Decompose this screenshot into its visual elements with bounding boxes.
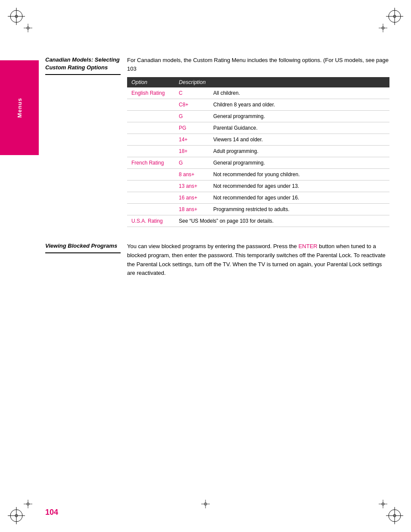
table-cell-option — [127, 122, 174, 134]
table-cell-option — [127, 146, 174, 157]
table-cell-value: 18 ans+ — [174, 204, 209, 215]
table-cell-value: PG — [174, 122, 209, 134]
cross-mark-bc — [201, 500, 210, 508]
table-row: U.S.A. RatingSee “US Models” on page 103… — [127, 215, 389, 227]
table-cell-option: English Rating — [127, 87, 174, 99]
table-cell-value: C — [174, 87, 209, 99]
viewing-section-title: Viewing Blocked Programs — [45, 242, 121, 253]
table-cell-option — [127, 169, 174, 180]
table-cell-option — [127, 134, 174, 146]
page-number: 104 — [45, 508, 58, 517]
table-cell-value: 14+ — [174, 134, 209, 146]
table-cell-value: G — [174, 111, 209, 122]
table-cell-option — [127, 192, 174, 204]
table-row: 18+Adult programming. — [127, 146, 389, 157]
canadian-title-col: Canadian Models: Selecting Custom Rating… — [45, 56, 127, 227]
table-row: 14+Viewers 14 and older. — [127, 134, 389, 146]
table-row: C8+Children 8 years and older. — [127, 99, 389, 111]
cross-mark-bl — [24, 500, 32, 508]
table-cell-description: Adult programming. — [209, 146, 389, 157]
table-row: French RatingGGeneral programming. — [127, 157, 389, 169]
table-cell-description: Parental Guidance. — [209, 122, 389, 134]
table-cell-description: General programming. — [209, 111, 389, 122]
viewing-title-col: Viewing Blocked Programs — [45, 242, 127, 278]
viewing-section-body: You can view blocked programs by enterin… — [127, 242, 389, 278]
table-cell-value: C8+ — [174, 99, 209, 111]
table-cell-value: G — [174, 157, 209, 169]
corner-mark-tl — [8, 8, 25, 25]
table-cell-description: Viewers 14 and older. — [209, 134, 389, 146]
cross-mark-tl — [24, 24, 32, 32]
viewing-section: Viewing Blocked Programs You can view bl… — [45, 242, 389, 278]
corner-mark-br — [386, 507, 403, 524]
canadian-models-section: Canadian Models: Selecting Custom Rating… — [45, 56, 389, 227]
ratings-table: Option Description English RatingCAll ch… — [127, 77, 389, 227]
sidebar: Menus — [0, 60, 39, 155]
table-cell-description: Not recommended for young children. — [209, 169, 389, 180]
table-cell-description: Children 8 years and older. — [209, 99, 389, 111]
table-row: 8 ans+Not recommended for young children… — [127, 169, 389, 180]
table-row: PGParental Guidance. — [127, 122, 389, 134]
corner-mark-bl — [8, 507, 25, 524]
canadian-section-title: Canadian Models: Selecting Custom Rating… — [45, 56, 121, 75]
table-cell-description: Not recommended for ages under 16. — [209, 192, 389, 204]
enter-label: ENTER — [299, 243, 318, 249]
table-cell-description: All children. — [209, 87, 389, 99]
corner-mark-tr — [386, 8, 403, 25]
table-row: GGeneral programming. — [127, 111, 389, 122]
sidebar-label: Menus — [16, 98, 23, 118]
table-cell-option — [127, 180, 174, 192]
table-cell-value: 18+ — [174, 146, 209, 157]
table-cell-description: General programming. — [209, 157, 389, 169]
table-cell-value: 16 ans+ — [174, 192, 209, 204]
table-cell-option — [127, 111, 174, 122]
table-header-option: Option — [127, 77, 174, 87]
table-body: English RatingCAll children.C8+Children … — [127, 87, 389, 227]
table-cell-description: Programming restricted to adults. — [209, 204, 389, 215]
cross-mark-br — [379, 500, 387, 508]
table-cell-option — [127, 204, 174, 215]
table-cell-value: 13 ans+ — [174, 180, 209, 192]
table-cell-option: French Rating — [127, 157, 174, 169]
table-row: 16 ans+Not recommended for ages under 16… — [127, 192, 389, 204]
viewing-body-text: You can view blocked programs by enterin… — [127, 242, 389, 278]
table-cell-description: Not recommended for ages under 13. — [209, 180, 389, 192]
cross-mark-tr — [379, 24, 387, 32]
canadian-intro-text: For Canadian models, the Custom Rating M… — [127, 56, 389, 73]
table-cell-option — [127, 99, 174, 111]
table-row: 13 ans+Not recommended for ages under 13… — [127, 180, 389, 192]
table-row: 18 ans+Programming restricted to adults. — [127, 204, 389, 215]
table-cell-usa-rating: See “US Models” on page 103 for details. — [174, 215, 389, 227]
table-header: Option Description — [127, 77, 389, 87]
canadian-section-body: For Canadian models, the Custom Rating M… — [127, 56, 389, 227]
table-cell-option: U.S.A. Rating — [127, 215, 174, 227]
table-row: English RatingCAll children. — [127, 87, 389, 99]
main-content: Canadian Models: Selecting Custom Rating… — [45, 56, 389, 498]
table-cell-value: 8 ans+ — [174, 169, 209, 180]
table-header-description: Description — [174, 77, 389, 87]
